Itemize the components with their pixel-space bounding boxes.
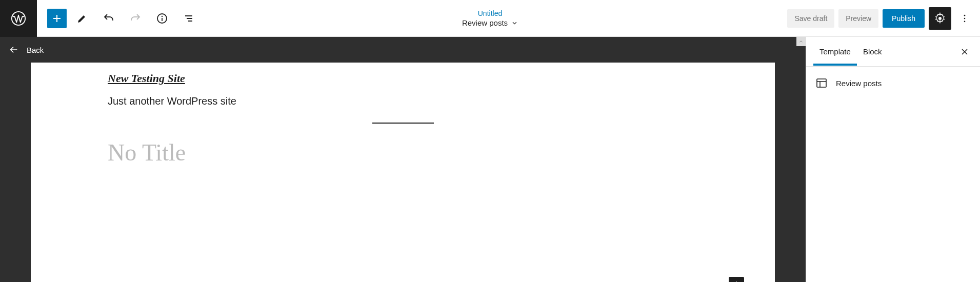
wordpress-logo-button[interactable] <box>0 0 37 37</box>
add-block-inline-button[interactable] <box>729 277 744 282</box>
tab-template[interactable]: Template <box>813 38 857 65</box>
info-icon[interactable] <box>151 7 173 30</box>
toolbar-right: Save draft Preview Publish <box>787 7 980 30</box>
settings-sidebar: Template Block Review posts <box>806 37 980 282</box>
editor-wrap: Back New Testing Site Just another WordP… <box>0 37 806 282</box>
svg-point-3 <box>938 17 942 20</box>
preview-button[interactable]: Preview <box>838 9 878 28</box>
document-title-area: Untitled Review posts <box>462 9 518 27</box>
kebab-icon <box>959 13 970 24</box>
chevron-down-icon <box>511 19 518 27</box>
back-button[interactable]: Back <box>0 37 806 63</box>
plus-icon <box>731 279 742 282</box>
publish-button[interactable]: Publish <box>883 9 925 28</box>
site-tagline[interactable]: Just another WordPress site <box>108 95 698 107</box>
template-name-label: Review posts <box>462 18 508 27</box>
sidebar-template-row[interactable]: Review posts <box>815 77 971 89</box>
sidebar-template-name: Review posts <box>836 79 882 88</box>
sidebar-tabs: Template Block <box>806 37 980 67</box>
more-options-button[interactable] <box>955 7 974 30</box>
svg-point-2 <box>162 15 163 16</box>
settings-button[interactable] <box>929 7 951 30</box>
document-untitled-label: Untitled <box>462 9 518 17</box>
top-toolbar: Untitled Review posts Save draft Preview… <box>0 0 980 37</box>
close-sidebar-button[interactable] <box>956 44 973 60</box>
gear-icon <box>934 12 946 25</box>
toolbar-left <box>37 7 200 30</box>
sidebar-body: Review posts <box>806 67 980 99</box>
edit-icon[interactable] <box>71 7 93 30</box>
svg-rect-7 <box>817 79 826 87</box>
list-view-icon[interactable] <box>177 7 200 30</box>
tab-block[interactable]: Block <box>857 38 888 65</box>
separator <box>372 123 434 124</box>
scroll-up-indicator[interactable] <box>796 37 806 46</box>
layout-icon <box>815 77 828 89</box>
redo-button <box>124 7 147 30</box>
main-area: Back New Testing Site Just another WordP… <box>0 37 980 282</box>
post-title-placeholder[interactable]: No Title <box>108 139 698 166</box>
svg-point-6 <box>964 21 966 22</box>
template-dropdown[interactable]: Review posts <box>462 18 518 27</box>
save-draft-button[interactable]: Save draft <box>787 9 834 28</box>
close-icon <box>959 47 970 57</box>
svg-point-4 <box>964 14 966 16</box>
svg-point-0 <box>12 11 25 25</box>
undo-button[interactable] <box>97 7 120 30</box>
add-block-toggle[interactable] <box>47 9 67 28</box>
arrow-left-icon <box>8 44 19 55</box>
back-label: Back <box>27 46 44 54</box>
site-title[interactable]: New Testing Site <box>108 72 698 85</box>
editor-canvas[interactable]: New Testing Site Just another WordPress … <box>31 63 775 282</box>
svg-point-5 <box>964 17 966 19</box>
